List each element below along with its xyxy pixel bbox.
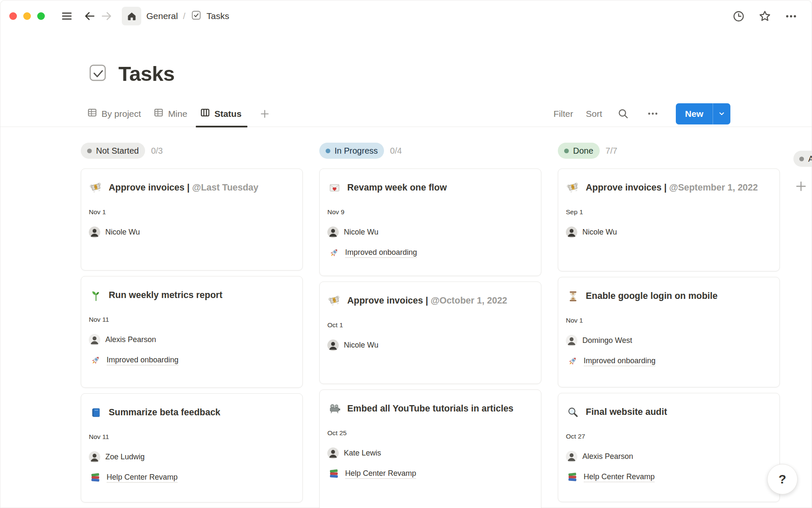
avatar [566,451,577,462]
task-card[interactable]: Summarize beta feedback Nov 11 Zoe Ludwi… [81,393,303,502]
date-mention: @October 1, 2022 [431,295,507,306]
clock-history-icon[interactable] [730,8,747,25]
more-ellipsis-icon[interactable] [782,8,799,25]
task-card[interactable]: Embed all YouTube tutorials in articles … [319,389,541,508]
status-badge[interactable]: Not Started [81,143,145,159]
card-project-link[interactable]: Help Center Revamp [327,467,533,480]
rocket-icon [327,246,340,259]
new-button[interactable]: New [676,103,730,124]
card-due-date: Nov 11 [89,433,295,441]
status-badge[interactable]: Done [558,143,600,159]
card-assignee[interactable]: Alexis Pearson [566,451,772,462]
column-not-started: Not Started 0/3 Approve invoices | @Last… [81,143,303,508]
card-assignee[interactable]: Kate Lewis [327,447,533,459]
card-due-date: Oct 27 [566,432,772,441]
column-count: 0/4 [390,146,402,156]
hourglass-icon [566,289,580,304]
breadcrumb-separator: / [183,11,186,21]
column-count: 0/3 [151,146,163,156]
blue-book-icon [89,406,103,420]
money-with-wings-icon [89,181,103,195]
card-title: Final website audit [586,403,667,421]
date-mention: @September 1, 2022 [669,182,758,193]
sidebar-toggle-icon[interactable] [58,8,75,25]
card-project-link[interactable]: Improved onboarding [566,355,772,367]
task-card[interactable]: Revamp week one flow Nov 9 Nicole Wu Imp… [319,168,541,276]
avatar [89,334,100,345]
card-due-date: Oct 1 [327,321,533,329]
table-view-icon [87,108,97,120]
avatar [566,226,577,238]
task-card[interactable]: Run weekly metrics report Nov 11 Alexis … [81,276,303,388]
books-icon [566,471,579,483]
card-project-link[interactable]: Help Center Revamp [89,471,295,484]
close-window-button[interactable] [9,12,17,20]
page-title[interactable]: Tasks [118,62,175,86]
kanban-board: Not Started 0/3 Approve invoices | @Last… [0,127,812,508]
tab-by-project[interactable]: By project [87,101,141,127]
tab-status[interactable]: Status [200,101,241,127]
page-header: Tasks [0,32,812,86]
sort-button[interactable]: Sort [586,109,602,119]
avatar [566,335,577,346]
avatar [327,340,339,351]
help-button[interactable]: ? [767,464,798,494]
card-project-link[interactable]: Improved onboarding [89,354,295,367]
love-letter-icon [327,181,342,195]
add-view-plus-icon[interactable] [259,101,270,127]
date-mention: @Last Tuesday [192,182,258,193]
checkbox-icon [190,9,202,23]
seedling-icon [89,288,103,303]
card-due-date: Nov 1 [566,316,772,325]
card-assignee[interactable]: Domingo West [566,335,772,346]
task-card[interactable]: Approve invoices | @Last Tuesday Nov 1 N… [81,168,303,271]
rocket-icon [89,354,102,367]
star-favorite-icon[interactable] [756,8,773,25]
card-due-date: Nov 9 [327,208,533,216]
card-assignee[interactable]: Alexis Pearson [89,334,295,345]
home-icon[interactable] [122,7,141,25]
app-window: General / Tasks Tasks [0,0,812,508]
column-done: Done 7/7 Approve invoices | @September 1… [558,143,780,508]
card-title: Approve invoices | @September 1, 2022 [586,179,758,196]
money-with-wings-icon [566,181,580,195]
card-project-link[interactable]: Help Center Revamp [566,471,772,483]
card-due-date: Nov 1 [89,208,295,216]
table-view-icon [154,108,164,120]
chevron-down-icon[interactable] [713,103,730,124]
view-options-ellipsis-icon[interactable] [645,105,661,122]
page-checkbox-icon [88,63,107,84]
task-card[interactable]: Approve invoices | @September 1, 2022 Se… [558,168,780,271]
status-badge[interactable]: In Progress [319,143,384,159]
zoom-window-button[interactable] [37,12,45,20]
breadcrumb-workspace[interactable]: General [146,11,178,21]
search-icon[interactable] [615,105,632,122]
minimize-window-button[interactable] [23,12,31,20]
card-project-link[interactable]: Improved onboarding [327,246,533,259]
money-with-wings-icon [327,294,342,308]
status-badge-clipped[interactable]: A [793,151,812,167]
card-assignee[interactable]: Nicole Wu [327,340,533,351]
card-title: Approve invoices | @October 1, 2022 [347,292,507,309]
card-assignee[interactable]: Nicole Wu [89,226,295,238]
filter-button[interactable]: Filter [554,109,573,119]
film-projector-icon [327,402,342,416]
breadcrumb-page[interactable]: Tasks [190,9,229,23]
window-controls [9,12,45,20]
books-icon [89,471,102,484]
card-assignee[interactable]: Nicole Wu [566,226,772,238]
add-card-plus-icon[interactable] [794,179,808,195]
card-assignee[interactable]: Zoe Ludwig [89,451,295,463]
task-card[interactable]: Final website audit Oct 27 Alexis Pearso… [558,393,780,502]
column-count: 7/7 [606,146,617,156]
card-assignee[interactable]: Nicole Wu [327,226,533,238]
avatar [327,447,339,459]
books-icon [327,467,340,480]
card-due-date: Oct 25 [327,429,533,437]
task-card[interactable]: Enable google login on mobile Nov 1 Domi… [558,277,780,387]
task-card[interactable]: Approve invoices | @October 1, 2022 Oct … [319,282,541,384]
tab-mine[interactable]: Mine [154,101,187,127]
back-arrow-icon[interactable] [81,8,98,25]
forward-arrow-icon[interactable] [98,8,115,25]
card-due-date: Sep 1 [566,208,772,216]
